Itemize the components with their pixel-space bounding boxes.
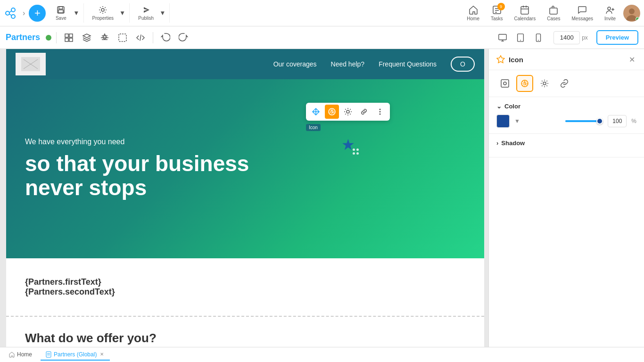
icon-settings-button[interactable]: [341, 105, 355, 119]
properties-label: Properties: [92, 16, 114, 21]
undo-button[interactable]: [158, 31, 173, 44]
icon-more-button[interactable]: [373, 105, 387, 119]
top-toolbar: › + Save ▼ Properties ▼ Publish: [0, 0, 644, 26]
opacity-slider[interactable]: [565, 120, 603, 122]
cases-label: Cases: [547, 16, 560, 21]
messages-icon: [577, 5, 587, 15]
redo-icon: [179, 33, 188, 42]
redo-button[interactable]: [176, 31, 191, 44]
nav-tasks[interactable]: 9 Tasks: [487, 3, 507, 23]
icon-tag-text: Icon: [306, 124, 321, 131]
code-button[interactable]: [133, 31, 148, 44]
tablet-viewport[interactable]: [512, 31, 529, 44]
opacity-slider-thumb: [596, 118, 603, 124]
viewport-group: [494, 31, 547, 44]
nav-cta[interactable]: O: [451, 57, 475, 72]
svg-rect-18: [550, 8, 557, 14]
svg-rect-26: [65, 38, 68, 41]
save-dropdown[interactable]: ▼: [72, 8, 80, 18]
svg-marker-9: [144, 7, 149, 13]
position-tab-icon: [500, 79, 510, 88]
nav-link-help[interactable]: Need help?: [331, 60, 365, 68]
desktop-viewport[interactable]: [494, 31, 511, 44]
publish-button[interactable]: Publish: [134, 3, 157, 23]
svg-point-23: [629, 8, 635, 14]
home-label: Home: [467, 16, 479, 21]
panel-close-button[interactable]: ✕: [627, 55, 636, 64]
publish-dropdown[interactable]: ▼: [158, 8, 166, 18]
nav-invite[interactable]: Invite: [601, 3, 619, 23]
grid-layout-icon: [64, 33, 74, 42]
icon-selector-button[interactable]: [325, 105, 339, 119]
save-label: Save: [56, 16, 66, 21]
width-input[interactable]: 1400: [553, 31, 580, 44]
content-section: {Partners.firstText} {Partners.secondTex…: [6, 258, 484, 317]
add-button[interactable]: +: [29, 5, 46, 22]
offer-section: What do we offer you? We design insuranc…: [6, 317, 484, 347]
icon-move-button[interactable]: [309, 105, 323, 119]
panel-tab-settings[interactable]: [536, 75, 553, 92]
properties-dropdown[interactable]: ▼: [118, 8, 126, 18]
save-group: Save ▼: [48, 3, 83, 23]
icon-link-button[interactable]: [357, 105, 371, 119]
nav-cases[interactable]: Cases: [543, 3, 564, 23]
layers-button[interactable]: [79, 31, 94, 44]
svg-rect-27: [69, 38, 73, 41]
icon-style-tab-icon: [520, 79, 529, 88]
opacity-input[interactable]: 100: [608, 115, 627, 127]
page-title: Partners: [6, 33, 40, 42]
icon-toolbar-popup: [306, 103, 390, 121]
icon-star-container: ★: [341, 136, 355, 154]
color-chevron: ⌄: [496, 103, 502, 110]
mobile-viewport[interactable]: [530, 31, 547, 44]
nav-messages[interactable]: Messages: [568, 3, 597, 23]
save-icon: [56, 5, 66, 15]
color-dropdown-chevron[interactable]: ▼: [514, 118, 520, 124]
site-logo: [16, 53, 46, 75]
grid-layout-button[interactable]: [61, 31, 76, 44]
right-panel: Icon ✕: [488, 49, 644, 347]
svg-point-19: [608, 7, 611, 10]
main-content: Our coverages Need help? Frequent Questi…: [0, 49, 644, 347]
color-section-header[interactable]: ⌄ Color: [496, 103, 636, 110]
dot-2: [356, 148, 359, 151]
nav-link-faq[interactable]: Frequent Questions: [379, 60, 437, 68]
color-label: Color: [504, 103, 520, 110]
page-tab-icon: [45, 351, 52, 358]
shadow-section-header[interactable]: › Shadow: [496, 140, 636, 147]
color-swatch[interactable]: [496, 115, 510, 128]
nav-calendars[interactable]: Calendars: [511, 3, 540, 23]
navigation-button[interactable]: [97, 31, 112, 44]
svg-point-33: [520, 40, 521, 41]
panel-tab-position[interactable]: [496, 75, 513, 92]
canvas-scroll-container: Our coverages Need help? Frequent Questi…: [0, 49, 488, 347]
tab-partners-global[interactable]: Partners (Global) ✕: [41, 349, 110, 361]
panel-tab-link[interactable]: [556, 75, 573, 92]
online-indicator: [636, 17, 640, 21]
avatar[interactable]: [623, 5, 640, 22]
tab-home[interactable]: Home: [4, 349, 37, 361]
svg-rect-29: [499, 34, 506, 40]
separator-2: [153, 32, 153, 43]
panel-star-icon: [496, 55, 505, 64]
back-chevron[interactable]: ›: [21, 7, 27, 19]
nav-home[interactable]: Home: [463, 3, 483, 23]
select-button[interactable]: [115, 31, 130, 44]
tab-close-button[interactable]: ✕: [99, 351, 105, 358]
nav-link-coverages[interactable]: Our coverages: [273, 60, 317, 68]
svg-point-44: [380, 111, 381, 113]
save-button[interactable]: Save: [50, 3, 71, 23]
home-tab-label: Home: [17, 351, 32, 358]
panel-tab-icon-style[interactable]: [516, 75, 533, 92]
desktop-icon: [498, 33, 507, 42]
icon-label-tag: Icon: [306, 123, 390, 132]
hero-section: We have everything you need so that your…: [6, 79, 484, 258]
home-tab-icon: [8, 351, 15, 358]
icon-select-icon: [328, 107, 336, 116]
navigation-icon: [100, 33, 109, 42]
preview-button[interactable]: Preview: [596, 30, 638, 45]
opacity-percent: %: [631, 118, 636, 124]
partners-tab-label: Partners (Global): [54, 351, 97, 358]
properties-button[interactable]: Properties: [89, 3, 118, 23]
svg-point-1: [11, 8, 15, 12]
